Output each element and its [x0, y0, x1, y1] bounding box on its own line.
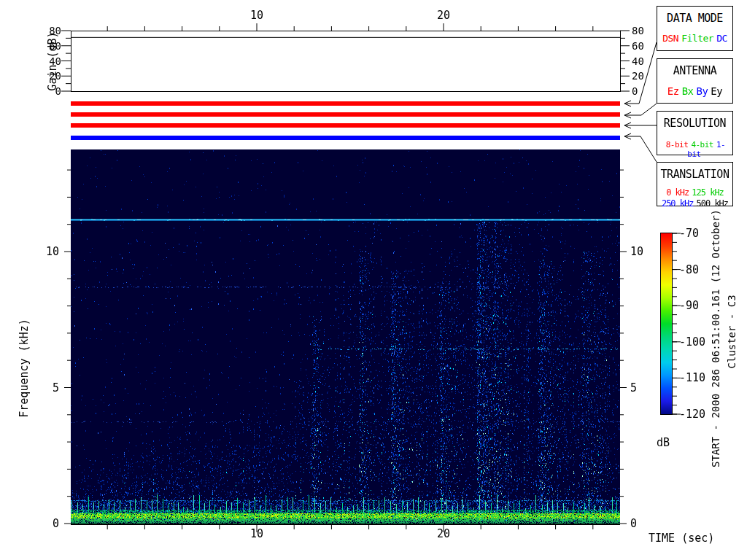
panel-antenna-title: ANTENNA: [657, 64, 732, 77]
status-bar-data-mode: [71, 101, 620, 106]
bottom-time-tick-label: 20: [422, 527, 465, 540]
panel-resolution-title: RESOLUTION: [657, 117, 732, 130]
option-dc: DC: [716, 33, 727, 44]
panel-translation-title: TRANSLATION: [657, 168, 732, 181]
panel-antenna: ANTENNA EzBxByEy: [657, 58, 733, 104]
gain-tick-label: 0: [18, 85, 61, 97]
option-4bit: 4-bit: [691, 140, 713, 149]
colorbar-tick-label: -120: [679, 408, 705, 421]
panel-data-mode-title: DATA MODE: [657, 12, 732, 25]
gain-tick-label: 80: [18, 25, 61, 36]
panel-resolution: RESOLUTION 8-bit4-bit1-bit: [657, 111, 733, 155]
wbd-spectrogram-display: Gain (dB) Frequency (kHz) TIME (sec) dB …: [0, 0, 747, 560]
colorbar-tick-label: -80: [679, 263, 699, 276]
gain-tick-label-right: 20: [632, 70, 644, 82]
panel-translation: TRANSLATION 0 kHz125 kHz 250 kHz500 kHz: [657, 162, 733, 206]
option-by: By: [697, 85, 708, 97]
gain-tick-label: 60: [18, 40, 61, 52]
gain-tick-label: 20: [18, 70, 61, 82]
gain-tick-label-right: 60: [632, 40, 644, 52]
top-time-tick-label: 10: [235, 9, 279, 22]
spacecraft-annotation: Cluster - C3: [726, 295, 738, 368]
freq-tick-label: 5: [15, 381, 59, 394]
panel-data-mode: DATA MODE DSNFilterDC: [657, 6, 733, 51]
option-8bit: 8-bit: [666, 140, 689, 149]
option-125khz: 125 kHz: [692, 187, 724, 198]
freq-tick-label-right: 5: [630, 381, 637, 394]
option-0khz: 0 kHz: [666, 187, 689, 198]
top-time-tick-label: 20: [422, 9, 465, 22]
option-250khz: 250 kHz: [662, 198, 694, 209]
colorbar-units-label: dB: [657, 436, 670, 449]
status-bar-resolution: [71, 123, 620, 128]
frequency-axis-title: Frequency (kHz): [18, 319, 31, 417]
status-bar-antenna: [71, 112, 620, 117]
gain-tick-label: 40: [18, 55, 61, 67]
option-ey: Ey: [711, 85, 722, 97]
start-time-annotation: START - 2000 286 06:51:00.161 (12 Octobe…: [710, 209, 721, 467]
option-dsn: DSN: [662, 33, 678, 44]
colorbar-tick-label: -90: [679, 299, 699, 312]
colorbar-tick-label: -70: [679, 227, 699, 240]
bottom-time-tick-label: 10: [235, 527, 279, 540]
option-bx: Bx: [682, 85, 694, 97]
colorbar-tick-label: -110: [679, 371, 705, 384]
spectrogram-canvas: [71, 149, 620, 524]
option-ez: Ez: [667, 85, 679, 97]
freq-tick-label: 0: [15, 517, 59, 530]
status-bar-translation: [71, 136, 620, 140]
freq-tick-label-right: 0: [630, 517, 637, 530]
time-axis-title: TIME (sec): [649, 532, 714, 545]
option-500khz: 500 kHz: [697, 198, 729, 209]
gain-tick-label-right: 80: [632, 25, 644, 36]
freq-tick-label-right: 10: [630, 245, 643, 258]
colorbar: [660, 233, 673, 415]
gain-tick-label-right: 0: [632, 85, 638, 97]
gain-tick-label-right: 40: [632, 55, 644, 67]
option-filter: Filter: [681, 33, 713, 44]
freq-tick-label: 10: [15, 245, 59, 258]
colorbar-tick-label: -100: [679, 335, 705, 349]
